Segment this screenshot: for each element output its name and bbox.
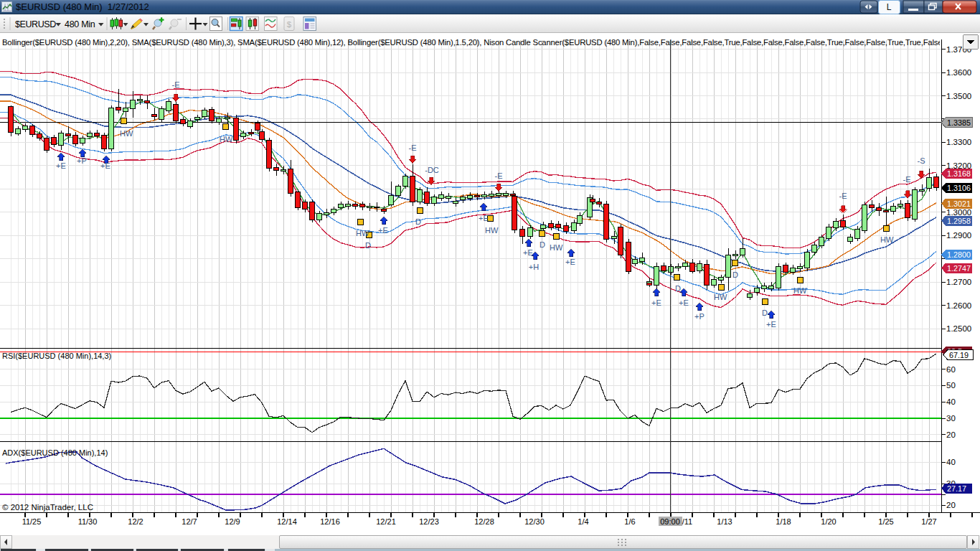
svg-text:1.2800: 1.2800 bbox=[947, 250, 971, 259]
svg-text:1.3500: 1.3500 bbox=[946, 92, 971, 100]
svg-text:09:00: 09:00 bbox=[660, 517, 680, 526]
svg-text:1.3168: 1.3168 bbox=[947, 169, 971, 178]
svg-text:20: 20 bbox=[946, 430, 956, 439]
svg-text:D: D bbox=[675, 284, 681, 293]
svg-text:+E: +E bbox=[651, 298, 661, 307]
svg-text:+E: +E bbox=[523, 248, 533, 257]
svg-text:+E: +E bbox=[479, 214, 489, 222]
svg-text:1/6: 1/6 bbox=[624, 517, 635, 526]
svg-text:+P: +P bbox=[694, 312, 705, 321]
svg-text:+E: +E bbox=[56, 161, 66, 170]
svg-text:1.2500: 1.2500 bbox=[946, 324, 971, 333]
svg-text:D: D bbox=[365, 241, 371, 250]
svg-text:1/20: 1/20 bbox=[821, 517, 836, 526]
svg-text:1/4: 1/4 bbox=[578, 517, 588, 526]
svg-text:1.2700: 1.2700 bbox=[946, 278, 971, 286]
svg-text:-S: -S bbox=[918, 156, 925, 165]
svg-text:ADX($EURUSD (480 Min),14): ADX($EURUSD (480 Min),14) bbox=[2, 448, 108, 457]
svg-text:1.3000: 1.3000 bbox=[946, 208, 971, 217]
svg-text:12/23: 12/23 bbox=[419, 517, 439, 526]
svg-text:-E: -E bbox=[172, 80, 180, 89]
svg-text:D: D bbox=[415, 217, 421, 226]
svg-text:50: 50 bbox=[946, 381, 956, 390]
svg-text:+H: +H bbox=[529, 263, 539, 271]
svg-text:12/14: 12/14 bbox=[277, 517, 297, 526]
svg-text:20: 20 bbox=[946, 501, 956, 509]
svg-text:1.3106: 1.3106 bbox=[947, 184, 971, 192]
svg-text:$: $ bbox=[287, 20, 292, 29]
svg-text:Bollinger($EURUSD (480 Min),2,: Bollinger($EURUSD (480 Min),2,20), SMA($… bbox=[2, 38, 955, 47]
svg-text:1.2900: 1.2900 bbox=[946, 231, 971, 240]
svg-text:+E: +E bbox=[565, 258, 575, 266]
svg-text:12/7: 12/7 bbox=[182, 517, 197, 526]
svg-text:1.2958: 1.2958 bbox=[947, 217, 971, 225]
svg-text:HW: HW bbox=[880, 235, 894, 244]
svg-text:$EURUSD: $EURUSD bbox=[15, 19, 56, 29]
svg-text:1.3021: 1.3021 bbox=[947, 199, 971, 208]
svg-text:12/16: 12/16 bbox=[320, 517, 340, 526]
svg-text:480 Min: 480 Min bbox=[65, 19, 95, 29]
svg-text:D: D bbox=[762, 309, 768, 317]
svg-text:© 2012 NinjaTrader, LLC: © 2012 NinjaTrader, LLC bbox=[2, 503, 93, 512]
svg-text:1/25: 1/25 bbox=[878, 517, 893, 526]
svg-text:1.2600: 1.2600 bbox=[946, 301, 971, 310]
svg-text:RSI($EURUSD (480 Min),14,3): RSI($EURUSD (480 Min),14,3) bbox=[2, 352, 111, 360]
svg-text:HW: HW bbox=[220, 135, 233, 143]
svg-text:+P: +P bbox=[77, 156, 87, 165]
svg-text:D: D bbox=[732, 270, 738, 279]
svg-text:-E: -E bbox=[409, 143, 417, 152]
svg-text:HW: HW bbox=[550, 243, 563, 252]
svg-text:1.3600: 1.3600 bbox=[946, 68, 971, 77]
svg-text:1/27: 1/27 bbox=[921, 517, 936, 526]
svg-text:+E: +E bbox=[766, 320, 776, 329]
svg-text:-E: -E bbox=[839, 192, 847, 200]
svg-text:-E: -E bbox=[495, 171, 503, 180]
svg-text:60: 60 bbox=[946, 365, 956, 374]
svg-text:1.2747: 1.2747 bbox=[947, 264, 971, 273]
svg-text:-E: -E bbox=[903, 175, 911, 184]
svg-text:40: 40 bbox=[946, 397, 956, 406]
svg-text:HW: HW bbox=[356, 229, 369, 237]
svg-text:12/30: 12/30 bbox=[524, 517, 545, 526]
svg-text:+E: +E bbox=[679, 298, 689, 307]
svg-text:1.3385: 1.3385 bbox=[947, 118, 971, 127]
svg-text:12/21: 12/21 bbox=[376, 517, 396, 526]
svg-text:1/18: 1/18 bbox=[776, 517, 791, 526]
svg-text:HW: HW bbox=[485, 226, 499, 235]
svg-text:12/2: 12/2 bbox=[128, 517, 143, 526]
svg-text:40: 40 bbox=[946, 458, 956, 466]
svg-text:HW: HW bbox=[714, 293, 727, 301]
svg-text:11/30: 11/30 bbox=[78, 517, 98, 526]
svg-text:L: L bbox=[887, 2, 892, 12]
svg-text:D: D bbox=[540, 240, 545, 249]
svg-text:27.17: 27.17 bbox=[947, 484, 966, 493]
svg-text:+E: +E bbox=[378, 226, 388, 235]
svg-text:30: 30 bbox=[946, 414, 956, 423]
svg-text:HW: HW bbox=[793, 286, 807, 295]
svg-text:-DC: -DC bbox=[425, 166, 439, 174]
svg-text:12/28: 12/28 bbox=[474, 517, 494, 526]
svg-text:1.3300: 1.3300 bbox=[946, 138, 971, 146]
svg-text:67.19: 67.19 bbox=[949, 351, 969, 359]
svg-text:/11: /11 bbox=[682, 517, 692, 526]
svg-text:+E: +E bbox=[100, 161, 110, 170]
svg-text:1/13: 1/13 bbox=[717, 517, 732, 526]
svg-text:11/25: 11/25 bbox=[22, 517, 42, 526]
svg-text:12/9: 12/9 bbox=[225, 517, 240, 526]
svg-text:HW: HW bbox=[120, 129, 133, 138]
